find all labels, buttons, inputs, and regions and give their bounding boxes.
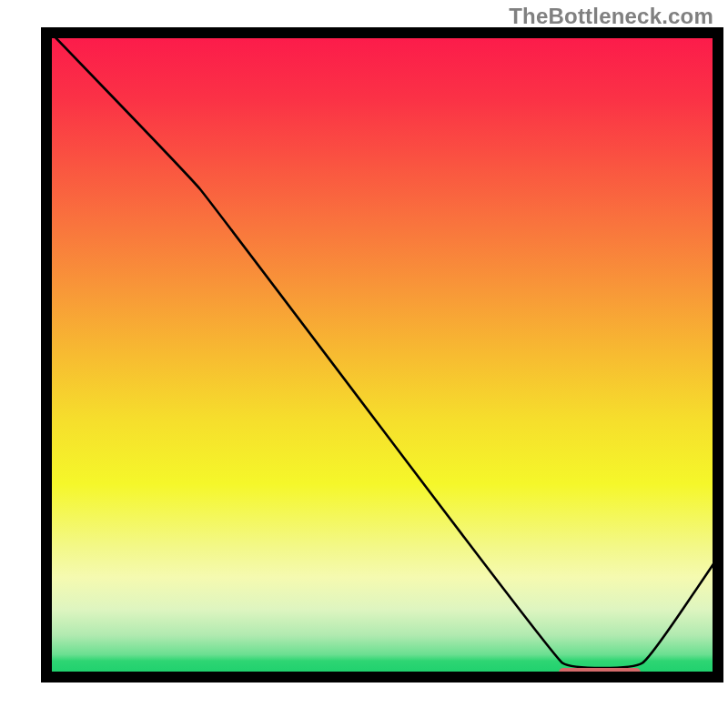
chart-stage: TheBottleneck.com (0, 0, 728, 728)
heatmap-fill (46, 33, 718, 677)
chart-svg (0, 0, 728, 728)
watermark-text: TheBottleneck.com (509, 4, 713, 29)
